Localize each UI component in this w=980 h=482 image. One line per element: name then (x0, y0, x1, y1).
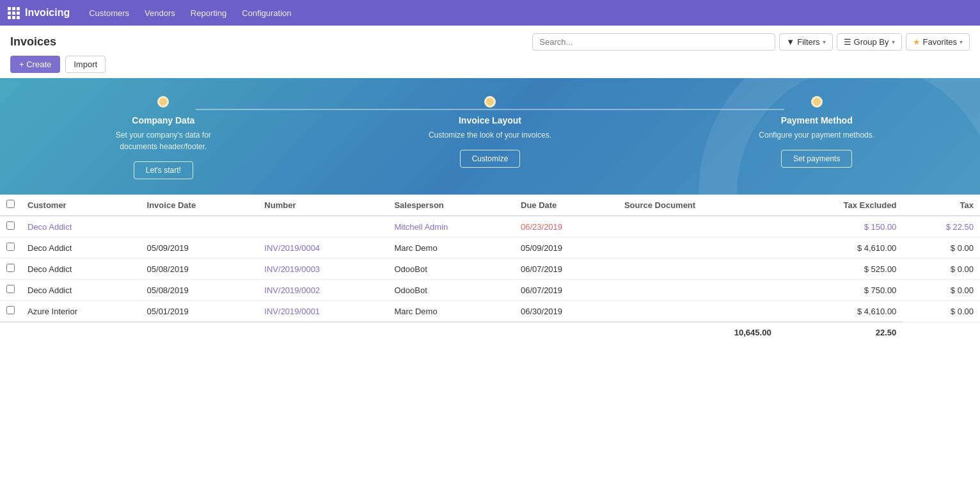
invoice-number-link-3[interactable]: INV/2019/0002 (264, 285, 320, 295)
filters-button[interactable]: ▼ Filters ▾ (779, 33, 832, 51)
invoice-date-cell-1: 05/09/2019 (141, 237, 258, 259)
col-source-doc[interactable]: Source Document (618, 195, 778, 216)
create-button[interactable]: + Create (10, 56, 60, 73)
tax-cell-3: $ 0.00 (903, 280, 980, 301)
select-all-checkbox[interactable] (6, 200, 15, 208)
col-tax[interactable]: Tax (903, 195, 980, 216)
col-salesperson[interactable]: Salesperson (388, 195, 514, 216)
col-due-date[interactable]: Due Date (514, 195, 618, 216)
banner-step-title-3: Payment Method (781, 115, 853, 125)
banner-step-layout: Invoice Layout Customize the look of you… (327, 96, 654, 168)
customer-cell-3: Deco Addict (21, 280, 141, 301)
banner-btn-3[interactable]: Set payments (781, 150, 852, 168)
customer-cell-4: Azure Interior (21, 301, 141, 323)
tax-excluded-cell-4: $ 4,610.00 (778, 301, 903, 323)
col-tax-excluded[interactable]: Tax Excluded (778, 195, 903, 216)
favorites-chevron: ▾ (960, 38, 963, 45)
table-row: Deco Addict05/08/2019INV/2019/0003OdooBo… (0, 259, 980, 280)
banner-btn-label-3: Set payments (793, 154, 840, 163)
col-customer[interactable]: Customer (21, 195, 141, 216)
banner-btn-label-1: Let's start! (146, 166, 181, 175)
app-brand[interactable]: Invoicing (8, 7, 70, 19)
table-row: Deco Addict05/09/2019INV/2019/0004Marc D… (0, 237, 980, 259)
salesperson-link-0[interactable]: Mitchell Admin (394, 222, 448, 232)
topnav-item-customers[interactable]: Customers (83, 4, 136, 22)
page-content: Invoices ▼ Filters ▾ ☰ Group By ▾ ★ Favo… (0, 26, 980, 482)
step-circle-3 (811, 96, 823, 108)
topnav-item-configuration[interactable]: Configuration (235, 4, 297, 22)
toolbar: + Create Import (0, 56, 980, 78)
tax-cell-1: $ 0.00 (903, 237, 980, 259)
salesperson-cell-2: OdooBot (388, 259, 514, 280)
number-cell-0 (258, 216, 388, 237)
banner-btn-2[interactable]: Customize (460, 150, 521, 168)
tax-cell-0: $ 22.50 (903, 216, 980, 237)
source-doc-cell-1 (618, 237, 778, 259)
invoice-number-link-1[interactable]: INV/2019/0004 (264, 243, 320, 253)
salesperson-cell-4: Marc Demo (388, 301, 514, 323)
tax-link-0[interactable]: $ 22.50 (946, 222, 974, 232)
invoice-number-link-4[interactable]: INV/2019/0001 (264, 307, 320, 316)
topnav-item-reporting[interactable]: Reporting (184, 4, 233, 22)
source-doc-cell-4 (618, 301, 778, 323)
combined-header: Invoices ▼ Filters ▾ ☰ Group By ▾ ★ Favo… (0, 26, 980, 56)
col-source-doc-label: Source Document (624, 200, 695, 210)
import-button[interactable]: Import (65, 56, 106, 73)
top-navigation: Invoicing CustomersVendorsReportingConfi… (0, 0, 980, 26)
tax-excluded-cell-2: $ 525.00 (778, 259, 903, 280)
page-title: Invoices (10, 35, 56, 49)
table-row: Deco Addict05/08/2019INV/2019/0002OdooBo… (0, 280, 980, 301)
number-cell-3: INV/2019/0002 (258, 280, 388, 301)
row-checkbox-0[interactable] (6, 221, 15, 230)
source-doc-cell-3 (618, 280, 778, 301)
invoice-number-link-2[interactable]: INV/2019/0003 (264, 264, 320, 274)
groupby-icon: ☰ (844, 37, 851, 47)
col-invoice-date[interactable]: Invoice Date (141, 195, 258, 216)
row-checkbox-1[interactable] (6, 243, 15, 251)
banner-step-title-1: Company Data (132, 115, 194, 125)
table-header-row: Customer Invoice Date Number Salesperson… (0, 195, 980, 216)
left-controls: Invoices (10, 35, 56, 49)
salesperson-cell-0: Mitchell Admin (388, 216, 514, 237)
tax-excluded-cell-0: $ 150.00 (778, 216, 903, 237)
groupby-chevron: ▾ (892, 38, 895, 45)
row-checkbox-2[interactable] (6, 264, 15, 272)
setup-banner: Company Data Set your company's data for… (0, 78, 980, 195)
row-checkbox-3[interactable] (6, 285, 15, 293)
number-cell-2: INV/2019/0003 (258, 259, 388, 280)
col-number[interactable]: Number (258, 195, 388, 216)
banner-step-desc-1: Set your company's data for documents he… (99, 129, 227, 152)
step-circle-2 (484, 96, 496, 108)
select-all-col (0, 195, 21, 216)
banner-btn-label-2: Customize (472, 154, 509, 163)
grid-icon (8, 7, 20, 19)
step-circle-1 (157, 96, 169, 108)
app-title: Invoicing (25, 7, 70, 19)
banner-btn-1[interactable]: Let's start! (134, 161, 193, 179)
due-date-cell-0: 06/23/2019 (514, 216, 618, 237)
filters-chevron: ▾ (823, 38, 826, 45)
right-controls: ▼ Filters ▾ ☰ Group By ▾ ★ Favorites ▾ (532, 33, 970, 51)
row-checkbox-4[interactable] (6, 306, 15, 314)
col-number-label: Number (264, 200, 296, 210)
customer-cell-2: Deco Addict (21, 259, 141, 280)
filter-icon: ▼ (786, 37, 794, 47)
create-label: + Create (19, 60, 51, 69)
due-date-cell-1: 05/09/2019 (514, 237, 618, 259)
topnav-item-vendors[interactable]: Vendors (138, 4, 182, 22)
customer-link-0[interactable]: Deco Addict (28, 222, 72, 232)
groupby-button[interactable]: ☰ Group By ▾ (837, 33, 902, 51)
tax-excluded-cell-3: $ 750.00 (778, 280, 903, 301)
banner-step-desc-2: Customize the look of your invoices. (429, 129, 551, 141)
footer-tax: 22.50 (778, 322, 903, 342)
favorites-button[interactable]: ★ Favorites ▾ (906, 33, 970, 51)
tax-excluded-link-0[interactable]: $ 150.00 (864, 222, 897, 232)
tax-cell-2: $ 0.00 (903, 259, 980, 280)
due-date-cell-3: 06/07/2019 (514, 280, 618, 301)
table-footer-row: 10,645.00 22.50 (0, 322, 980, 342)
import-label: Import (74, 60, 97, 69)
search-input[interactable] (532, 33, 775, 51)
banner-step-title-2: Invoice Layout (459, 115, 521, 125)
salesperson-cell-3: OdooBot (388, 280, 514, 301)
groupby-label: Group By (854, 37, 889, 47)
